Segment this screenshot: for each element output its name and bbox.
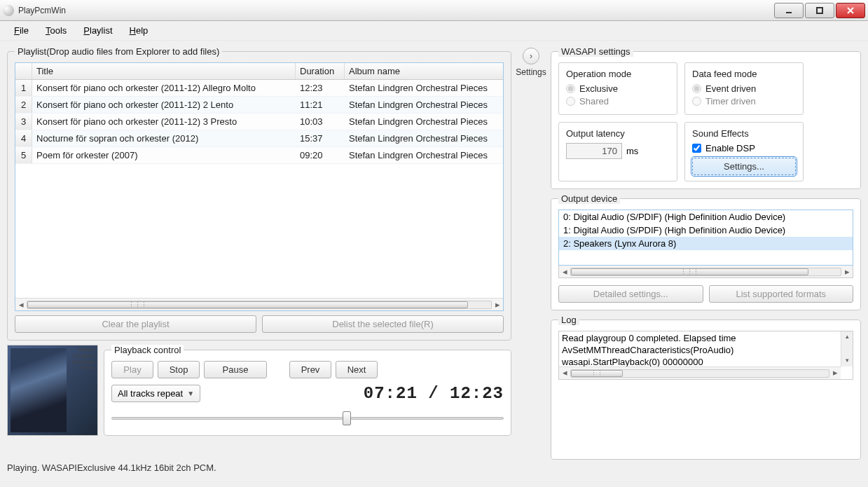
col-album[interactable]: Album name <box>345 63 503 79</box>
feedmode-group: Data feed mode Event driven Timer driven <box>684 62 804 115</box>
enable-dsp-checkbox[interactable]: Enable DSP <box>692 143 796 153</box>
menu-help[interactable]: Help <box>121 22 157 39</box>
scroll-right-icon[interactable]: ▸ <box>841 266 853 277</box>
output-device-legend: Output device <box>558 193 620 204</box>
playlist-group: Playlist(Drop audio files from Explorer … <box>7 46 511 341</box>
delist-file-button[interactable]: Delist the selected file(R) <box>262 315 504 333</box>
col-title[interactable]: Title <box>32 63 296 79</box>
log-line: Read playgroup 0 completed. Elapsed time <box>562 333 850 345</box>
svg-rect-1 <box>817 8 822 13</box>
playlist-legend: Playlist(Drop audio files from Explorer … <box>15 46 222 57</box>
stop-button[interactable]: Stop <box>158 361 200 378</box>
log-line: AvSetMMThreadCharacteristics(ProAudio) <box>562 345 850 357</box>
device-item[interactable]: 1: Digital Audio (S/PDIF) (High Definiti… <box>559 224 853 237</box>
prev-button[interactable]: Prev <box>289 361 331 378</box>
playlist-hscroll[interactable]: ◂ ⋮⋮⋮ ▸ <box>15 298 503 310</box>
radio-event[interactable]: Event driven <box>692 83 796 94</box>
album-art: StefanLindgrenOrchestralPieces <box>7 345 98 436</box>
seek-slider[interactable] <box>111 411 504 425</box>
menubar: File Tools Playlist Help <box>0 21 868 41</box>
log-legend: Log <box>558 315 579 325</box>
table-row[interactable]: 5Poem för orkester (2007)09:20Stefan Lin… <box>15 147 503 164</box>
table-row[interactable]: 4Nocturne för sopran och orkester (2012)… <box>15 130 503 147</box>
output-device-group: Output device 0: Digital Audio (S/PDIF) … <box>551 193 861 310</box>
clear-playlist-button[interactable]: Clear the playlist <box>15 315 256 333</box>
radio-timer[interactable]: Timer driven <box>692 96 796 107</box>
fx-group: Sound Effects Enable DSP Settings... <box>684 122 804 181</box>
fx-settings-button[interactable]: Settings... <box>692 158 796 175</box>
menu-playlist[interactable]: Playlist <box>75 22 120 39</box>
titlebar: PlayPcmWin <box>0 0 868 21</box>
album-art-text: StefanLindgrenOrchestralPieces <box>72 347 95 371</box>
close-button[interactable] <box>836 3 865 18</box>
radio-shared[interactable]: Shared <box>566 96 670 107</box>
window-title: PlayPcmWin <box>18 6 774 15</box>
radio-exclusive[interactable]: Exclusive <box>566 83 670 94</box>
device-item[interactable]: 0: Digital Audio (S/PDIF) (High Definiti… <box>559 210 853 224</box>
latency-input[interactable] <box>566 143 622 159</box>
scroll-right-icon[interactable]: ▸ <box>492 299 503 310</box>
minimize-button[interactable] <box>774 3 804 18</box>
detailed-settings-button[interactable]: Detailed settings... <box>558 285 703 303</box>
playlist-table[interactable]: Title Duration Album name 1Konsert för p… <box>15 62 504 311</box>
latency-group: Output latency ms <box>558 122 677 181</box>
play-button[interactable]: Play <box>111 361 153 378</box>
scroll-left-icon[interactable]: ◂ <box>559 266 570 277</box>
settings-toggle[interactable]: › Settings <box>517 46 545 460</box>
menu-tools[interactable]: Tools <box>37 22 75 39</box>
wasapi-group: WASAPI settings Operation mode Exclusive… <box>551 46 861 189</box>
menu-file[interactable]: File <box>6 22 37 39</box>
table-row[interactable]: 1Konsert för piano och orkester (2011-12… <box>15 80 503 97</box>
table-row[interactable]: 3Konsert för piano och orkester (2011-12… <box>15 114 503 130</box>
list-formats-button[interactable]: List supported formats <box>709 285 854 303</box>
time-display: 07:21 / 12:23 <box>364 384 504 403</box>
table-header: Title Duration Album name <box>15 63 503 80</box>
pause-button[interactable]: Pause <box>204 361 267 378</box>
col-duration[interactable]: Duration <box>296 63 345 79</box>
opmode-group: Operation mode Exclusive Shared <box>558 62 677 115</box>
device-item[interactable]: 2: Speakers (Lynx Aurora 8) <box>559 237 853 250</box>
playback-group: Playback control Play Stop Pause Prev Ne… <box>104 345 511 436</box>
log-hscroll[interactable]: ◂ ⋮⋮ ▸ <box>559 366 841 379</box>
chevron-down-icon: ▼ <box>187 390 194 397</box>
device-hscroll[interactable]: ◂ ⋮⋮⋮ ▸ <box>558 266 853 278</box>
scroll-left-icon[interactable]: ◂ <box>15 299 27 310</box>
playback-legend: Playback control <box>111 345 184 355</box>
status-bar: Playing. WASAPIExclusive 44.1kHz 16bit 2… <box>0 460 868 478</box>
log-vscroll[interactable]: ▴▾ <box>841 331 853 366</box>
maximize-button[interactable] <box>805 3 834 18</box>
wasapi-legend: WASAPI settings <box>558 46 633 57</box>
device-list[interactable]: 0: Digital Audio (S/PDIF) (High Definiti… <box>558 210 853 266</box>
table-row[interactable]: 2Konsert för piano och orkester (2011-12… <box>15 97 503 114</box>
log-textarea[interactable]: Read playgroup 0 completed. Elapsed time… <box>558 331 853 380</box>
repeat-label: All tracks repeat <box>118 388 183 399</box>
repeat-dropdown[interactable]: All tracks repeat ▼ <box>111 385 200 402</box>
chevron-right-icon[interactable]: › <box>523 48 539 64</box>
next-button[interactable]: Next <box>336 361 378 378</box>
app-icon <box>3 5 14 16</box>
log-group: Log Read playgroup 0 completed. Elapsed … <box>551 315 861 460</box>
